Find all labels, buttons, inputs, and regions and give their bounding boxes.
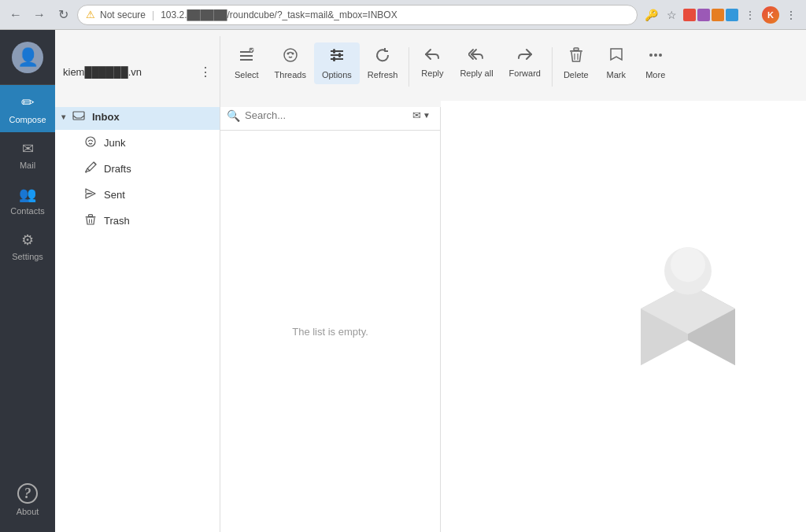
threads-label: Threads xyxy=(275,70,306,79)
select-button[interactable]: Select xyxy=(227,42,267,84)
select-icon xyxy=(238,47,254,67)
warning-icon: ⚠ xyxy=(86,9,95,20)
svg-rect-23 xyxy=(89,215,93,217)
delete-button[interactable]: Delete xyxy=(556,42,597,84)
svg-rect-7 xyxy=(331,50,343,52)
reply-button[interactable]: Reply xyxy=(412,42,452,83)
app-container: 👤 ✏ Compose ✉ Mail 👥 Contacts ⚙ Settings… xyxy=(0,30,806,532)
content-area: kiem██████.vn ⋮ Sel xyxy=(55,30,806,532)
junk-icon xyxy=(83,135,98,150)
svg-point-4 xyxy=(284,49,297,61)
avatar-icon: 👤 xyxy=(17,47,39,68)
svg-rect-8 xyxy=(331,54,343,56)
browser-menu-button[interactable]: ⋮ xyxy=(782,6,800,24)
mark-icon xyxy=(608,47,624,67)
settings-icon: ⚙ xyxy=(21,231,34,249)
svg-rect-11 xyxy=(338,53,341,57)
drafts-label: Drafts xyxy=(104,163,131,175)
email-preview-pane xyxy=(441,101,806,532)
browser-icons: 🔑 ☆ ⋮ K ⋮ xyxy=(642,6,800,24)
about-icon: ? xyxy=(17,483,38,504)
refresh-label: Refresh xyxy=(368,70,398,79)
svg-rect-12 xyxy=(333,57,335,61)
svg-point-6 xyxy=(291,53,294,55)
svg-point-18 xyxy=(654,54,657,57)
svg-point-27 xyxy=(671,247,705,282)
user-menu-button[interactable]: ⋮ xyxy=(199,65,212,79)
threads-button[interactable]: Threads xyxy=(267,42,314,84)
compose-label: Compose xyxy=(9,115,46,124)
not-secure-label: Not secure xyxy=(100,9,146,20)
extension-squares xyxy=(683,9,738,21)
inbox-label: Inbox xyxy=(92,111,120,123)
trash-icon xyxy=(83,213,98,228)
folder-item-inbox[interactable]: ▾ Inbox xyxy=(55,104,220,130)
sent-icon xyxy=(83,187,98,202)
back-button[interactable]: ← xyxy=(6,6,25,24)
folder-item-junk[interactable]: Junk xyxy=(55,130,220,156)
svg-rect-10 xyxy=(333,49,335,54)
user-avatar-area: 👤 xyxy=(0,30,55,85)
filter-button[interactable]: ✉ ▼ xyxy=(409,108,434,123)
ext-icon-1[interactable] xyxy=(683,9,696,21)
inbox-chevron: ▾ xyxy=(61,113,65,121)
profile-avatar[interactable]: K xyxy=(762,6,779,24)
options-button[interactable]: Options xyxy=(314,42,360,84)
svg-point-5 xyxy=(287,53,289,55)
reload-button[interactable]: ↻ xyxy=(54,6,72,24)
mark-button[interactable]: Mark xyxy=(597,42,636,84)
reply-all-label: Reply all xyxy=(460,68,493,78)
mail-filter-icon: ✉ xyxy=(412,109,421,121)
svg-rect-9 xyxy=(331,58,343,60)
svg-point-19 xyxy=(659,54,662,57)
ext-icon-4[interactable] xyxy=(726,9,738,21)
email-list-pane: 🔍 ✉ ▼ The list is empty. xyxy=(220,101,441,532)
folder-item-trash[interactable]: Trash xyxy=(55,208,220,234)
email-empty-state: The list is empty. xyxy=(220,131,440,532)
svg-rect-2 xyxy=(240,59,253,61)
main-toolbar-row: kiem██████.vn ⋮ Sel xyxy=(55,30,806,101)
content-body: ▾ Inbox xyxy=(55,101,806,532)
folder-item-sent[interactable]: Sent xyxy=(55,182,220,208)
ext-icon-3[interactable] xyxy=(712,9,724,21)
mark-label: Mark xyxy=(606,70,625,79)
key-button[interactable]: 🔑 xyxy=(642,6,660,24)
forward-button[interactable]: Forward xyxy=(501,42,549,83)
reply-all-icon xyxy=(468,47,484,65)
sent-label: Sent xyxy=(104,189,125,201)
trash-label: Trash xyxy=(104,215,130,227)
forward-label: Forward xyxy=(509,68,541,78)
bookmark-button[interactable]: ☆ xyxy=(663,6,680,24)
url-text: 103.2.██████/roundcube/?_task=mail&_mbox… xyxy=(161,9,397,20)
sidebar-item-settings[interactable]: ⚙ Settings xyxy=(0,224,55,269)
more-icon xyxy=(648,47,664,67)
reply-label: Reply xyxy=(421,68,443,78)
sidebar-item-compose[interactable]: ✏ Compose xyxy=(0,85,55,132)
ext-icon-2[interactable] xyxy=(697,9,710,21)
forward-icon xyxy=(517,47,533,65)
mail-label: Mail xyxy=(20,161,35,170)
sidebar-item-about[interactable]: ? About xyxy=(0,475,55,524)
refresh-icon xyxy=(375,47,390,67)
reply-all-button[interactable]: Reply all xyxy=(452,42,501,83)
sidebar-item-mail[interactable]: ✉ Mail xyxy=(0,132,55,178)
search-icon: 🔍 xyxy=(227,109,240,122)
search-input[interactable] xyxy=(245,109,405,121)
extensions-button[interactable]: ⋮ xyxy=(741,6,759,24)
more-button[interactable]: More xyxy=(636,42,675,84)
toolbar-divider-2 xyxy=(552,47,553,87)
address-bar[interactable]: ⚠ Not secure | 103.2.██████/roundcube/?_… xyxy=(77,5,638,25)
folder-list: ▾ Inbox xyxy=(55,101,220,237)
username-display: kiem██████.vn xyxy=(63,66,142,78)
forward-button[interactable]: → xyxy=(30,6,49,24)
mail-icon: ✉ xyxy=(22,140,34,157)
folder-item-drafts[interactable]: Drafts xyxy=(55,156,220,182)
sidebar-item-contacts[interactable]: 👥 Contacts xyxy=(0,178,55,224)
browser-chrome: ← → ↻ ⚠ Not secure | 103.2.██████/roundc… xyxy=(0,0,806,30)
compose-icon: ✏ xyxy=(21,93,35,112)
svg-point-17 xyxy=(649,54,653,57)
refresh-button[interactable]: Refresh xyxy=(360,42,406,84)
delete-label: Delete xyxy=(564,70,589,79)
toolbar-buttons: Select Threads xyxy=(220,36,806,107)
empty-message: The list is empty. xyxy=(292,326,368,338)
